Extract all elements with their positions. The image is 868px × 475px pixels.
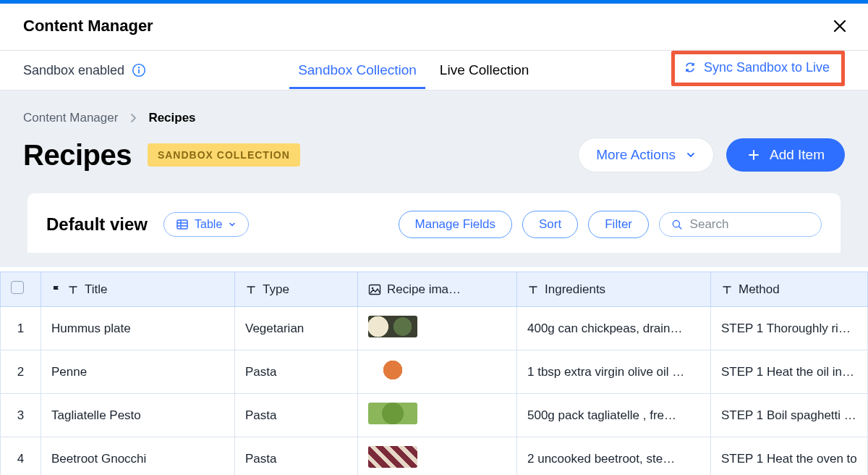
add-item-button[interactable]: Add Item xyxy=(726,138,845,172)
col-image-label: Recipe ima… xyxy=(387,282,461,297)
checkbox-icon xyxy=(11,281,24,294)
recipe-thumbnail xyxy=(368,403,417,424)
row-index: 4 xyxy=(1,437,41,476)
chevron-down-icon xyxy=(228,220,237,229)
cell-title[interactable]: Tagliatelle Pesto xyxy=(41,394,235,437)
sandbox-enabled-label: Sandbox enabled xyxy=(23,63,146,78)
cell-image[interactable] xyxy=(358,307,517,350)
col-method-label: Method xyxy=(739,282,780,297)
table-row[interactable]: 3 Tagliatelle Pesto Pasta 500g pack tagl… xyxy=(1,394,868,437)
close-button[interactable] xyxy=(832,18,848,34)
add-item-label: Add Item xyxy=(770,147,825,163)
text-icon xyxy=(527,284,539,295)
svg-rect-3 xyxy=(177,220,187,229)
tabs: Sandbox Collection Live Collection xyxy=(298,52,529,88)
tab-live-collection[interactable]: Live Collection xyxy=(440,52,529,88)
select-all-cell[interactable] xyxy=(1,272,41,307)
page-title: Recipes xyxy=(23,139,132,172)
filter-button[interactable]: Filter xyxy=(588,211,649,238)
cell-method[interactable]: STEP 1 Heat the oil in a f xyxy=(711,350,868,394)
cell-ingredients[interactable]: 400g can chickpeas, drain… xyxy=(517,307,711,350)
row-index: 2 xyxy=(1,350,41,394)
cell-title[interactable]: Penne xyxy=(41,350,235,394)
cell-method[interactable]: STEP 1 Boil spaghetti in a xyxy=(711,394,868,437)
header-row: Title Type Recipe ima… Ingredients Metho… xyxy=(1,272,868,307)
sort-button[interactable]: Sort xyxy=(522,211,578,238)
sync-highlight-callout: Sync Sandbox to Live xyxy=(671,51,845,86)
table-row[interactable]: 4 Beetroot Gnocchi Pasta 2 uncooked beet… xyxy=(1,437,868,476)
breadcrumb: Content Manager Recipes xyxy=(23,111,845,125)
view-right-actions: Manage Fields Sort Filter xyxy=(399,211,822,238)
data-grid: Title Type Recipe ima… Ingredients Metho… xyxy=(0,272,868,475)
tab-sandbox-collection[interactable]: Sandbox Collection xyxy=(298,52,417,88)
recipe-thumbnail xyxy=(368,359,417,381)
svg-rect-2 xyxy=(138,70,140,74)
svg-point-6 xyxy=(372,287,374,289)
info-icon[interactable] xyxy=(132,63,146,77)
search-field[interactable] xyxy=(659,212,822,237)
recipe-thumbnail xyxy=(368,316,417,337)
page-header-area: Content Manager Recipes Recipes SANDBOX … xyxy=(0,91,868,267)
sync-icon xyxy=(684,61,697,74)
cell-method[interactable]: STEP 1 Heat the oven to xyxy=(711,437,868,476)
svg-point-1 xyxy=(138,67,140,68)
manage-fields-button[interactable]: Manage Fields xyxy=(399,211,513,238)
search-input[interactable] xyxy=(690,217,809,232)
sandbox-collection-chip: SANDBOX COLLECTION xyxy=(148,143,300,167)
view-type-label: Table xyxy=(195,218,222,231)
close-icon xyxy=(832,18,848,34)
header-title: Content Manager xyxy=(23,17,153,35)
cell-type[interactable]: Pasta xyxy=(235,350,358,394)
plus-icon xyxy=(746,148,761,162)
title-actions: More Actions Add Item xyxy=(579,138,845,172)
chevron-right-icon xyxy=(129,113,137,123)
image-icon xyxy=(368,284,381,295)
col-ingredients-label: Ingredients xyxy=(545,282,605,297)
cell-type[interactable]: Pasta xyxy=(235,437,358,476)
cell-type[interactable]: Pasta xyxy=(235,394,358,437)
cell-method[interactable]: STEP 1 Thoroughly rinse xyxy=(711,307,868,350)
cell-ingredients[interactable]: 500g pack tagliatelle , fre… xyxy=(517,394,711,437)
cell-image[interactable] xyxy=(358,437,517,476)
col-type[interactable]: Type xyxy=(235,272,358,307)
title-row: Recipes SANDBOX COLLECTION More Actions … xyxy=(23,138,845,172)
table-row[interactable]: 2 Penne Pasta 1 tbsp extra virgin olive … xyxy=(1,350,868,394)
col-title[interactable]: Title xyxy=(41,272,235,307)
header: Content Manager xyxy=(0,4,868,51)
search-icon xyxy=(671,218,683,231)
view-type-dropdown[interactable]: Table xyxy=(163,212,249,237)
view-row: Default view Table Manage Fields Sort Fi… xyxy=(46,211,822,238)
more-actions-button[interactable]: More Actions xyxy=(579,138,713,172)
table-row[interactable]: 1 Hummus plate Vegetarian 400g can chick… xyxy=(1,307,868,350)
view-name: Default view xyxy=(46,214,148,235)
sync-wrap: Sync Sandbox to Live xyxy=(671,64,845,77)
breadcrumb-current: Recipes xyxy=(148,111,195,125)
cell-image[interactable] xyxy=(358,394,517,437)
recipe-thumbnail xyxy=(368,446,417,468)
sync-label: Sync Sandbox to Live xyxy=(704,60,830,75)
chevron-down-icon xyxy=(686,150,696,160)
col-ingredients[interactable]: Ingredients xyxy=(517,272,711,307)
cell-type[interactable]: Vegetarian xyxy=(235,307,358,350)
sandbox-enabled-text: Sandbox enabled xyxy=(23,63,124,78)
row-index: 1 xyxy=(1,307,41,350)
cell-title[interactable]: Hummus plate xyxy=(41,307,235,350)
table-icon xyxy=(176,218,189,231)
text-icon xyxy=(245,284,257,295)
text-icon xyxy=(721,284,733,295)
col-type-label: Type xyxy=(263,282,289,297)
sync-sandbox-button[interactable]: Sync Sandbox to Live xyxy=(681,56,833,80)
cell-ingredients[interactable]: 1 tbsp extra virgin olive oil … xyxy=(517,350,711,394)
row-index: 3 xyxy=(1,394,41,437)
tabbar: Sandbox enabled Sandbox Collection Live … xyxy=(0,51,868,91)
col-method[interactable]: Method xyxy=(711,272,868,307)
cell-title[interactable]: Beetroot Gnocchi xyxy=(41,437,235,476)
flag-icon xyxy=(51,285,61,295)
breadcrumb-parent[interactable]: Content Manager xyxy=(23,111,118,125)
cell-ingredients[interactable]: 2 uncooked beetroot, ste… xyxy=(517,437,711,476)
view-toolbar-card: Default view Table Manage Fields Sort Fi… xyxy=(27,193,841,253)
col-image[interactable]: Recipe ima… xyxy=(358,272,517,307)
text-icon xyxy=(67,284,79,295)
col-title-label: Title xyxy=(85,282,108,297)
cell-image[interactable] xyxy=(358,350,517,394)
